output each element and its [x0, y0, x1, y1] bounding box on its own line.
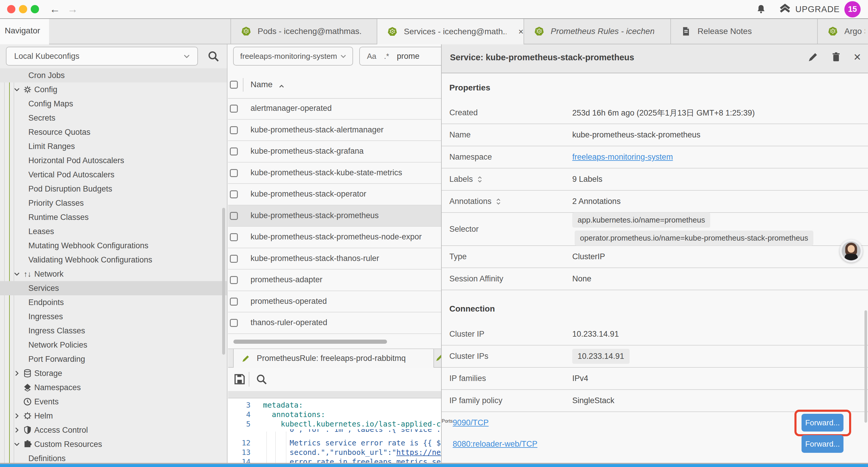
- sidebar-item-label: Cron Jobs: [28, 71, 65, 80]
- sidebar-item-mutating-webhook-configurations[interactable]: Mutating Webhook Configurations: [0, 238, 227, 253]
- row-checkbox[interactable]: [230, 319, 238, 327]
- forward-icon[interactable]: →: [67, 3, 78, 16]
- name-column-header[interactable]: Name: [251, 80, 273, 89]
- chevron-right-icon[interactable]: [13, 426, 21, 434]
- back-icon[interactable]: ←: [50, 3, 60, 16]
- notifications-bell-icon[interactable]: [755, 4, 767, 16]
- row-checkbox[interactable]: [230, 298, 238, 305]
- table-row-kube-prometheus-stack-prometheus[interactable]: kube-prometheus-stack-prometheus: [228, 205, 441, 227]
- row-checkbox[interactable]: [230, 212, 238, 220]
- row-checkbox[interactable]: [230, 233, 238, 241]
- chevron-down-icon[interactable]: [13, 440, 21, 448]
- port-link-8080-reloader-web-tcp[interactable]: 8080:reloader-web/TCP: [453, 439, 537, 449]
- table-row-prometheus-operated[interactable]: prometheus-operated: [228, 291, 441, 313]
- table-row-kube-prometheus-stack-grafana[interactable]: kube-prometheus-stack-grafana: [228, 141, 441, 163]
- port-link-9090-tcp[interactable]: 9090/TCP: [453, 418, 489, 428]
- chevron-right-icon[interactable]: [13, 370, 21, 377]
- namespace-filter-select[interactable]: freeleaps-monitoring-system: [233, 47, 353, 66]
- row-checkbox[interactable]: [230, 105, 238, 113]
- table-row-kube-prometheus-stack-alertmanager[interactable]: kube-prometheus-stack-alertmanager: [228, 120, 441, 141]
- detail-scrollbar[interactable]: [864, 310, 867, 423]
- table-row-kube-prometheus-stack-operator[interactable]: kube-prometheus-stack-operator: [228, 184, 441, 205]
- document-tabs: Pods - icecheng@mathmas... Services - ic…: [230, 19, 865, 44]
- forward-button[interactable]: Forward...: [802, 435, 843, 453]
- kubeconfig-select[interactable]: Local Kubeconfigs: [6, 47, 198, 66]
- close-icon[interactable]: ×: [854, 52, 861, 63]
- upgrade-button[interactable]: UPGRADE: [779, 3, 840, 16]
- row-checkbox[interactable]: [230, 169, 238, 177]
- row-checkbox[interactable]: [230, 191, 238, 198]
- close-window-button[interactable]: [7, 5, 16, 13]
- sidebar-item-label: Vertical Pod Autoscalers: [28, 170, 114, 179]
- sidebar-item-priority-classes[interactable]: Priority Classes: [0, 196, 227, 210]
- sidebar-item-events[interactable]: Events: [0, 395, 227, 409]
- table-row-thanos-ruler-operated[interactable]: thanos-ruler-operated: [228, 313, 441, 334]
- table-row-prometheus-adapter[interactable]: prometheus-adapter: [228, 269, 441, 291]
- sidebar-item-cron-jobs[interactable]: Cron Jobs: [0, 68, 227, 83]
- sidebar-item-vertical-pod-autoscalers[interactable]: Vertical Pod Autoscalers: [0, 168, 227, 182]
- tab-services-icecheng-math[interactable]: Services - icecheng@math...×: [377, 19, 524, 44]
- edit-pencil-icon[interactable]: [807, 52, 819, 63]
- table-row-kube-prometheus-stack-thanos-ruler[interactable]: kube-prometheus-stack-thanos-ruler: [228, 248, 441, 270]
- sidebar-item-secrets[interactable]: Secrets: [0, 111, 227, 125]
- sidebar-item-runtime-classes[interactable]: Runtime Classes: [0, 210, 227, 224]
- sidebar-scrollbar[interactable]: [222, 208, 225, 355]
- editor-search-icon[interactable]: [255, 373, 268, 385]
- sort-asc-icon[interactable]: [278, 83, 285, 90]
- sidebar-item-resource-quotas[interactable]: Resource Quotas: [0, 125, 227, 139]
- sidebar-search-icon[interactable]: [207, 50, 220, 63]
- match-case-toggle[interactable]: Aa: [367, 52, 376, 61]
- tab-pods-icecheng-mathmas[interactable]: Pods - icecheng@mathmas...: [230, 19, 377, 44]
- table-horizontal-scrollbar[interactable]: [234, 340, 387, 344]
- sidebar-item-validating-webhook-configurations[interactable]: Validating Webhook Configurations: [0, 253, 227, 267]
- editor-tab-next-sliver[interactable]: [435, 353, 441, 363]
- sidebar-item-pod-disruption-budgets[interactable]: Pod Disruption Budgets: [0, 182, 227, 196]
- sidebar-item-endpoints[interactable]: Endpoints: [0, 295, 227, 310]
- sort-toggle-icon[interactable]: [477, 175, 483, 184]
- minimize-window-button[interactable]: [19, 5, 27, 13]
- save-icon[interactable]: [233, 372, 246, 386]
- sidebar-item-helm[interactable]: Helm: [0, 409, 227, 423]
- tab-argo-se[interactable]: Argo Se: [818, 19, 865, 44]
- sidebar-item-ingresses[interactable]: Ingresses: [0, 310, 227, 324]
- chevron-down-icon[interactable]: [13, 270, 21, 278]
- sidebar-item-ingress-classes[interactable]: Ingress Classes: [0, 324, 227, 338]
- editor-tab-prometheusrule[interactable]: PrometheusRule: freeleaps-prod-rabbitmq: [233, 349, 434, 368]
- sidebar-item-network-policies[interactable]: Network Policies: [0, 338, 227, 352]
- row-checkbox[interactable]: [230, 126, 238, 134]
- detail-value-namespace[interactable]: freeleaps-monitoring-system: [572, 152, 673, 162]
- sidebar-item-config[interactable]: Config: [0, 83, 227, 97]
- sidebar-item-network[interactable]: ↑↓Network: [0, 267, 227, 281]
- maximize-window-button[interactable]: [31, 5, 39, 13]
- sidebar-item-custom-resources[interactable]: Custom Resources: [0, 437, 227, 451]
- close-tab-icon[interactable]: ×: [518, 27, 524, 37]
- row-checkbox[interactable]: [230, 276, 238, 284]
- navigator-tab[interactable]: Navigator: [0, 19, 49, 44]
- notification-count-badge[interactable]: 15: [844, 1, 861, 18]
- sidebar-item-services[interactable]: Services: [0, 281, 227, 295]
- chevron-right-icon[interactable]: [13, 412, 21, 420]
- avatar[interactable]: [840, 239, 863, 262]
- delete-trash-icon[interactable]: [831, 52, 842, 63]
- sort-toggle-icon[interactable]: [496, 197, 501, 206]
- regex-toggle[interactable]: .*: [384, 52, 389, 61]
- table-row-kube-prometheus-stack-kube-state-metrics[interactable]: kube-prometheus-stack-kube-state-metrics: [228, 163, 441, 184]
- sidebar-item-storage[interactable]: Storage: [0, 366, 227, 380]
- sidebar-item-port-forwarding[interactable]: Port Forwarding: [0, 352, 227, 366]
- name-search-input[interactable]: Aa .* prome: [359, 47, 441, 66]
- row-checkbox[interactable]: [230, 255, 238, 263]
- tab-release-notes[interactable]: Release Notes: [671, 19, 818, 44]
- chevron-down-icon[interactable]: [13, 86, 21, 93]
- sidebar-item-limit-ranges[interactable]: Limit Ranges: [0, 139, 227, 153]
- sidebar-item-namespaces[interactable]: Namespaces: [0, 380, 227, 395]
- tab-prometheus-rules-icecheng[interactable]: Prometheus Rules - icecheng...: [524, 19, 671, 44]
- sidebar-item-config-maps[interactable]: Config Maps: [0, 97, 227, 111]
- sidebar-item-access-control[interactable]: Access Control: [0, 423, 227, 437]
- row-checkbox[interactable]: [230, 147, 238, 155]
- select-all-checkbox[interactable]: [230, 81, 238, 89]
- table-row-alertmanager-operated[interactable]: alertmanager-operated: [228, 98, 441, 120]
- sidebar-item-horizontal-pod-autoscalers[interactable]: Horizontal Pod Autoscalers: [0, 153, 227, 168]
- table-row-kube-prometheus-stack-prometheus-node-ex[interactable]: kube-prometheus-stack-prometheus-node-ex…: [228, 227, 441, 248]
- sidebar-item-leases[interactable]: Leases: [0, 224, 227, 238]
- yaml-editor[interactable]: 3metadata:4 annotations:5 kubectl.kubern…: [228, 399, 441, 465]
